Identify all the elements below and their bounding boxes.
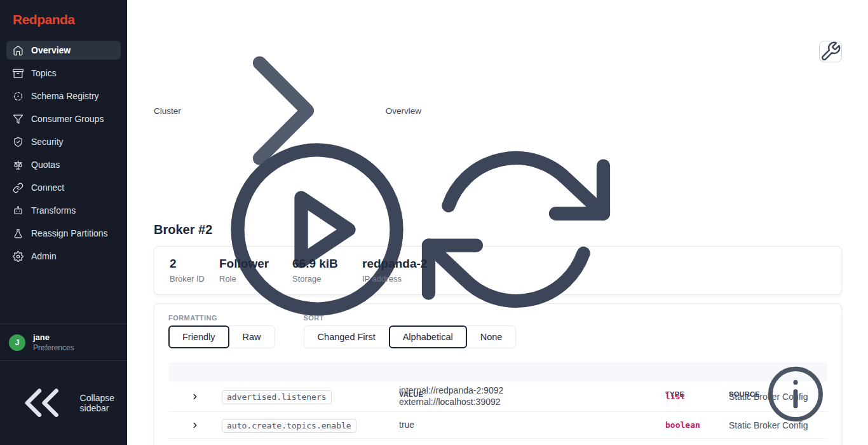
refresh-icon[interactable] [421,134,611,325]
sidebar-item-admin[interactable]: Admin [6,247,121,266]
chevron-right-icon[interactable] [191,392,200,401]
config-source: Static Broker Config [729,392,827,402]
sidebar-item-consumer-groups[interactable]: Consumer Groups [6,109,121,128]
sidebar-spacer [0,266,127,324]
config-value: true [399,420,665,431]
sort-option-changed-first[interactable]: Changed First [304,325,390,348]
config-value-line: external://localhost:39092 [399,397,665,408]
table-row-default.replication.factor: default.replication.factor 1 short Defau… [168,439,827,445]
stat-label: IP address [362,274,427,284]
sidebar-item-label: Schema Registry [31,91,99,101]
user-menu[interactable]: J jane Preferences [0,324,127,360]
collapse-sidebar-label: Collapse sidebar [80,393,114,413]
stat-value: 2 [170,257,219,271]
formatting-option-raw[interactable]: Raw [229,325,275,348]
config-value-line: internal://redpanda-2:9092 [399,385,665,397]
config-value: internal://redpanda-2:9092external://loc… [399,385,665,407]
sort-control: SORT Changed FirstAlphabeticalNone [304,314,517,348]
sort-option-alphabetical[interactable]: Alphabetical [389,325,467,348]
sidebar: Redpanda Overview Topics Schema Registry… [0,0,127,445]
user-name: jane [33,332,74,342]
wrench-button[interactable] [819,41,842,62]
stat-storage: 66.9 kiB Storage [292,257,362,284]
breadcrumb-cluster[interactable]: Cluster [154,106,181,116]
stat-label: Role [219,274,292,284]
sort-option-none[interactable]: None [466,325,517,348]
stat-label: Broker ID [170,274,219,284]
page-title: Broker #2 [154,222,212,237]
sidebar-item-label: Security [31,137,64,147]
sidebar-item-label: Consumer Groups [31,114,104,124]
sidebar-nav: Overview Topics Schema Registry Consumer… [0,41,127,266]
formatting-control: FORMATTING FriendlyRaw [168,314,275,348]
sidebar-item-label: Topics [31,68,57,78]
stat-value: redpanda-2 [362,257,427,271]
shield-check-icon [13,137,24,147]
config-type: list [665,392,729,401]
sort-label: SORT [304,314,517,322]
chevrons-left-icon [13,374,71,432]
filter-icon [13,114,24,125]
config-source: Static Broker Config [729,420,827,430]
sidebar-item-label: Connect [31,182,64,193]
play-circle-icon[interactable] [222,134,412,325]
sidebar-item-quotas[interactable]: Quotas [6,155,121,174]
sidebar-item-connect[interactable]: Connect [6,178,121,197]
config-name-badge: auto.create.topics.enable [222,419,356,433]
config-type: boolean [665,420,729,430]
collapse-sidebar-button[interactable]: Collapse sidebar [0,360,127,445]
config-controls: FORMATTING FriendlyRaw SORT Changed Firs… [168,314,827,348]
avatar: J [9,334,25,351]
title-row: Broker #2 [154,221,842,238]
stat-label: Storage [292,274,362,284]
breadcrumb-overview[interactable]: Overview [386,106,421,116]
stat-value: Follower [219,257,292,271]
redpanda-logo: Redpanda [0,0,127,41]
gear-icon [13,251,24,262]
robot-icon [13,205,24,216]
scales-icon [13,160,24,170]
sidebar-item-label: Admin [31,251,57,261]
scan-icon [13,91,24,102]
sidebar-item-security[interactable]: Security [6,132,121,151]
sidebar-item-label: Transforms [31,205,76,216]
sort-group: Changed FirstAlphabeticalNone [304,325,517,348]
stat-role: Follower Role [219,257,292,284]
sidebar-item-topics[interactable]: Topics [6,64,121,83]
sidebar-item-label: Quotas [31,160,60,170]
formatting-group: FriendlyRaw [168,325,275,348]
sidebar-item-label: Reassign Partitions [31,228,108,238]
sidebar-item-schema-registry[interactable]: Schema Registry [6,86,121,106]
config-name-badge: advertised.listeners [222,390,332,404]
stat-ip-address: redpanda-2 IP address [362,257,427,284]
user-preferences-link[interactable]: Preferences [33,343,74,352]
chevron-right-icon[interactable] [191,421,200,430]
app-root: Redpanda Overview Topics Schema Registry… [0,0,868,445]
config-value-line: true [399,420,665,431]
formatting-option-friendly[interactable]: Friendly [168,325,229,348]
sidebar-item-label: Overview [31,45,71,55]
config-table: CONFIGURATION VALUE TYPE SOURCE advertis… [168,362,827,445]
main-content: Cluster Overview Broker #2 2 Broker ID F… [127,0,868,445]
sidebar-item-overview[interactable]: Overview [6,41,121,60]
home-icon [13,45,24,56]
flask-icon [13,228,24,239]
wrench-icon [820,41,841,62]
archive-icon [13,68,24,79]
broker-config-card: FORMATTING FriendlyRaw SORT Changed Firs… [154,303,842,445]
config-table-header: CONFIGURATION VALUE TYPE SOURCE [168,362,827,381]
link-icon [13,182,24,193]
sidebar-item-transforms[interactable]: Transforms [6,201,121,220]
sidebar-item-reassign-partitions[interactable]: Reassign Partitions [6,224,121,243]
stat-broker-id: 2 Broker ID [170,257,219,284]
stat-value: 66.9 kiB [292,257,362,271]
formatting-label: FORMATTING [168,314,275,322]
